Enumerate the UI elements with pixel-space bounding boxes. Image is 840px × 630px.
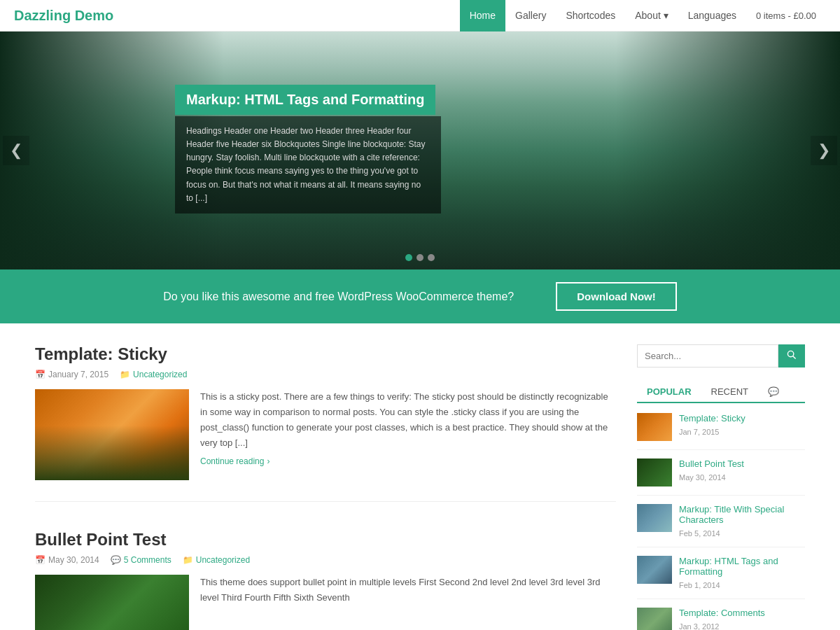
popular-link-2[interactable]: Bullet Point Test [679,458,744,469]
post-1: Template: Sticky 📅 January 7, 2015 📁 Unc… [35,344,616,502]
cta-banner: Do you like this awesome and free WordPr… [0,270,840,323]
post-1-body: This is a sticky post. There are a few t… [35,389,616,480]
cta-text: Do you like this awesome and free WordPr… [163,290,514,303]
popular-info-4: Markup: HTML Tags and Formatting Feb 1, … [679,556,805,590]
hero-section: ❮ Markup: HTML Tags and Formatting Headi… [0,31,840,270]
popular-date-5: Jan 3, 2012 [679,622,720,630]
sidebar: POPULAR RECENT 💬 Template: Sticky Jan 7,… [637,344,805,630]
hero-title-box: Markup: HTML Tags and Formatting [175,85,435,115]
search-button[interactable] [778,344,805,368]
post-1-thumbnail [35,389,189,480]
calendar-icon-2: 📅 [35,555,46,565]
post-2-body: This theme does support bullet point in … [35,575,616,630]
hero-title: Markup: HTML Tags and Formatting [186,92,424,108]
main-container: Template: Sticky 📅 January 7, 2015 📁 Unc… [21,323,819,630]
nav-shortcodes[interactable]: Shortcodes [556,0,625,31]
post-1-date: 📅 January 7, 2015 [35,370,108,379]
post-2-meta: 📅 May 30, 2014 💬 5 Comments 📁 Uncategori… [35,555,616,565]
svg-line-1 [792,356,795,358]
post-2: Bullet Point Test 📅 May 30, 2014 💬 5 Com… [35,530,616,630]
post-1-meta: 📅 January 7, 2015 📁 Uncategorized [35,370,616,379]
popular-link-1[interactable]: Template: Sticky [679,413,746,424]
hero-trees-right [616,31,840,270]
hero-next-button[interactable]: ❯ [811,136,837,165]
hero-dot-2[interactable] [416,254,424,261]
popular-item-3: Markup: Title With Special Characters Fe… [637,504,805,547]
popular-info-1: Template: Sticky Jan 7, 2015 [679,413,746,437]
popular-item-2: Bullet Point Test May 30, 2014 [637,458,805,496]
post-2-title[interactable]: Bullet Point Test [35,530,616,550]
post-1-read-more[interactable]: Continue reading › [200,456,270,466]
post-1-content: This is a sticky post. There are a few t… [200,389,616,480]
content-area: Template: Sticky 📅 January 7, 2015 📁 Unc… [35,344,616,630]
popular-list: Template: Sticky Jan 7, 2015 Bullet Poin… [637,413,805,630]
popular-thumb-5 [637,608,672,630]
popular-thumb-3 [637,504,672,532]
popular-date-2: May 30, 2014 [679,473,726,482]
popular-date-4: Feb 1, 2014 [679,581,720,589]
popular-thumb-2 [637,458,672,486]
post-1-category: 📁 Uncategorized [120,370,187,379]
hero-prev-button[interactable]: ❮ [3,136,29,165]
navbar: Dazzling Demo Home Gallery Shortcodes Ab… [0,0,840,31]
download-now-button[interactable]: Download Now! [556,282,677,311]
nav-gallery[interactable]: Gallery [505,0,556,31]
nav-about[interactable]: About ▾ [625,0,678,31]
hero-desc-box: Headings Header one Header two Header th… [175,116,441,214]
post-2-content: This theme does support bullet point in … [200,575,616,630]
nav-logo[interactable]: Dazzling Demo [14,8,113,24]
comment-icon-2: 💬 [111,555,121,565]
tab-recent[interactable]: RECENT [701,382,758,403]
search-icon [787,350,797,360]
nav-home[interactable]: Home [460,0,505,31]
popular-link-5[interactable]: Template: Comments [679,608,765,618]
post-2-thumbnail [35,575,189,630]
popular-info-3: Markup: Title With Special Characters Fe… [679,504,805,538]
popular-thumb-1 [637,413,672,441]
popular-link-3[interactable]: Markup: Title With Special Characters [679,504,805,525]
hero-dot-3[interactable] [428,254,435,261]
folder-icon-2: 📁 [183,555,193,565]
hero-description: Headings Header one Header two Header th… [186,125,430,205]
calendar-icon: 📅 [35,370,46,379]
search-box [637,344,805,368]
post-1-excerpt: This is a sticky post. There are a few t… [200,389,616,451]
popular-item-1: Template: Sticky Jan 7, 2015 [637,413,805,450]
search-input[interactable] [637,344,778,368]
nav-items: Home Gallery Shortcodes About ▾ Language… [460,0,826,31]
hero-dots [405,254,435,261]
popular-link-4[interactable]: Markup: HTML Tags and Formatting [679,556,805,577]
popular-date-1: Jan 7, 2015 [679,428,720,436]
popular-item-5: Template: Comments Jan 3, 2012 [637,608,805,630]
hero-dot-1[interactable] [405,254,412,261]
post-2-date: 📅 May 30, 2014 [35,555,99,565]
folder-icon: 📁 [120,370,130,379]
tab-comments[interactable]: 💬 [758,382,789,403]
hero-content: Markup: HTML Tags and Formatting Heading… [175,85,441,214]
post-2-excerpt: This theme does support bullet point in … [200,575,616,606]
popular-item-4: Markup: HTML Tags and Formatting Feb 1, … [637,556,805,599]
popular-info-2: Bullet Point Test May 30, 2014 [679,458,744,482]
sidebar-tabs: POPULAR RECENT 💬 [637,382,805,403]
tab-popular[interactable]: POPULAR [637,382,701,403]
post-1-title[interactable]: Template: Sticky [35,344,616,364]
popular-thumb-4 [637,556,672,584]
popular-info-5: Template: Comments Jan 3, 2012 [679,608,765,630]
post-2-comments: 💬 5 Comments [111,555,172,565]
nav-languages[interactable]: Languages [678,0,746,31]
post-2-category: 📁 Uncategorized [183,555,250,565]
nav-cart[interactable]: 0 items - £0.00 [746,0,826,31]
popular-date-3: Feb 5, 2014 [679,529,720,538]
